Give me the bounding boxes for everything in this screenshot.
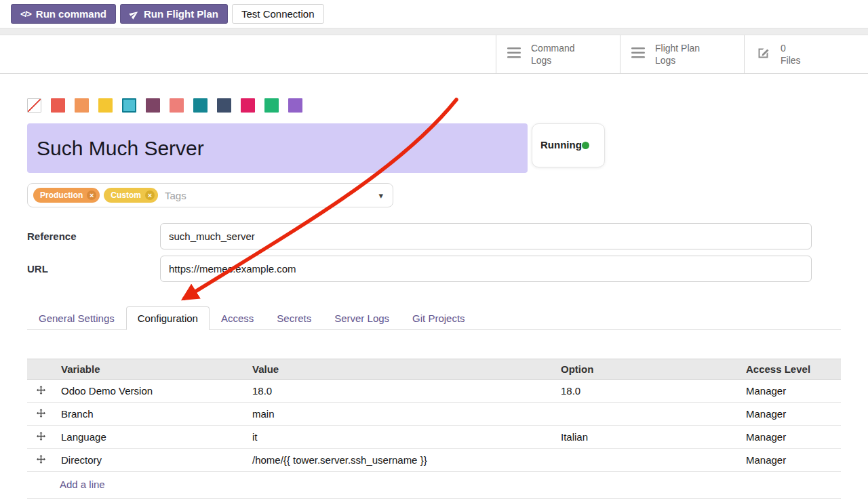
tab-general-settings[interactable]: General Settings — [27, 306, 126, 330]
access-level-cell[interactable]: Manager — [739, 426, 841, 449]
tab-access[interactable]: Access — [210, 306, 265, 330]
status-badge[interactable]: Running — [532, 123, 605, 167]
color-swatch-none[interactable] — [27, 98, 41, 113]
value-cell[interactable]: main — [245, 403, 554, 426]
table-row: Branch main Manager — [27, 403, 841, 426]
access-level-cell[interactable]: Manager — [739, 380, 841, 403]
color-swatch-green[interactable] — [264, 98, 279, 113]
drag-handle-icon[interactable] — [27, 426, 54, 449]
configuration-table: Variable Value Option Access Level Odoo … — [27, 359, 841, 499]
add-line-row: Add a line — [27, 472, 841, 499]
color-swatch-violet[interactable] — [288, 98, 302, 113]
color-swatch-salmon[interactable] — [170, 98, 184, 113]
variable-cell[interactable]: Directory — [54, 449, 245, 472]
code-icon: </> — [20, 9, 31, 19]
tab-git-projects[interactable]: Git Projects — [401, 306, 477, 330]
reference-row: Reference — [27, 223, 812, 249]
server-name-input[interactable] — [27, 123, 528, 173]
notebook-tabs: General Settings Configuration Access Se… — [27, 306, 841, 330]
tab-server-logs[interactable]: Server Logs — [323, 306, 401, 330]
form-fields: Reference URL — [27, 223, 812, 282]
status-dot-icon — [582, 142, 589, 149]
title-row: Running — [27, 123, 841, 173]
status-label: Running — [540, 139, 576, 152]
edit-icon — [755, 45, 772, 63]
flight-plan-logs-button[interactable]: Flight PlanLogs — [620, 35, 744, 73]
run-command-label: Run command — [36, 8, 106, 20]
url-input[interactable] — [160, 256, 812, 282]
option-cell[interactable] — [554, 403, 739, 426]
flight-plan-logs-label: Flight PlanLogs — [655, 42, 700, 66]
value-cell[interactable]: it — [245, 426, 554, 449]
drag-handle-icon[interactable] — [27, 380, 54, 403]
variable-cell[interactable]: Language — [54, 426, 245, 449]
main-content: Running Production × Custom × Tags ▾ Ref… — [0, 98, 868, 499]
paper-plane-icon — [130, 9, 139, 19]
drag-handle-icon[interactable] — [27, 449, 54, 472]
tag-label: Production — [40, 190, 83, 200]
variable-cell[interactable]: Branch — [54, 403, 245, 426]
test-connection-button[interactable]: Test Connection — [232, 4, 324, 24]
run-flight-plan-label: Run Flight Plan — [144, 8, 218, 20]
command-logs-button[interactable]: CommandLogs — [496, 35, 620, 73]
list-icon — [631, 47, 646, 61]
separator-strip — [0, 28, 868, 35]
run-flight-plan-button[interactable]: Run Flight Plan — [120, 4, 228, 24]
files-button[interactable]: 0Files — [744, 35, 868, 73]
variable-cell[interactable]: Odoo Demo Version — [54, 380, 245, 403]
color-swatch-plum[interactable] — [146, 98, 160, 113]
value-cell[interactable]: /home/{{ tower.server.ssh_username }} — [245, 449, 554, 472]
table-header-row: Variable Value Option Access Level — [27, 359, 841, 380]
handle-column-header — [27, 359, 54, 380]
tab-configuration[interactable]: Configuration — [126, 306, 210, 330]
tag-custom[interactable]: Custom × — [104, 188, 158, 203]
tags-placeholder: Tags — [165, 190, 186, 201]
column-header-value: Value — [245, 359, 554, 380]
tag-remove-icon[interactable]: × — [145, 190, 155, 200]
value-cell[interactable]: 18.0 — [245, 380, 554, 403]
add-line-button[interactable]: Add a line — [27, 472, 841, 499]
option-cell[interactable]: 18.0 — [554, 380, 739, 403]
table-row: Language it Italian Manager — [27, 426, 841, 449]
reference-label: Reference — [27, 230, 160, 242]
tag-production[interactable]: Production × — [33, 188, 100, 203]
column-header-access-level: Access Level — [739, 359, 841, 380]
status-header: CommandLogs Flight PlanLogs 0Files — [0, 35, 868, 74]
list-icon — [507, 47, 522, 61]
top-toolbar: </> Run command Run Flight Plan Test Con… — [0, 0, 868, 28]
color-palette — [27, 98, 841, 113]
reference-input[interactable] — [160, 223, 812, 249]
color-swatch-magenta[interactable] — [241, 98, 255, 113]
url-label: URL — [27, 263, 160, 275]
command-logs-label: CommandLogs — [531, 42, 575, 66]
color-swatch-orange[interactable] — [75, 98, 89, 113]
column-header-option: Option — [554, 359, 739, 380]
color-swatch-navy[interactable] — [217, 98, 231, 113]
tags-input[interactable]: Production × Custom × Tags ▾ — [27, 183, 393, 207]
color-swatch-yellow[interactable] — [98, 98, 113, 113]
option-cell[interactable]: Italian — [554, 426, 739, 449]
table-row: Directory /home/{{ tower.server.ssh_user… — [27, 449, 841, 472]
tag-label: Custom — [111, 190, 141, 200]
color-swatch-red[interactable] — [51, 98, 65, 113]
table-row: Odoo Demo Version 18.0 18.0 Manager — [27, 380, 841, 403]
tab-secrets[interactable]: Secrets — [265, 306, 323, 330]
column-header-variable: Variable — [54, 359, 245, 380]
url-row: URL — [27, 256, 812, 282]
option-cell[interactable] — [554, 449, 739, 472]
access-level-cell[interactable]: Manager — [739, 403, 841, 426]
drag-handle-icon[interactable] — [27, 403, 54, 426]
color-swatch-cyan[interactable] — [122, 98, 136, 113]
files-label: 0Files — [781, 42, 801, 66]
caret-down-icon[interactable]: ▾ — [378, 190, 383, 201]
tag-remove-icon[interactable]: × — [87, 190, 96, 200]
run-command-button[interactable]: </> Run command — [11, 4, 116, 24]
color-swatch-teal[interactable] — [193, 98, 208, 113]
access-level-cell[interactable]: Manager — [739, 449, 841, 472]
